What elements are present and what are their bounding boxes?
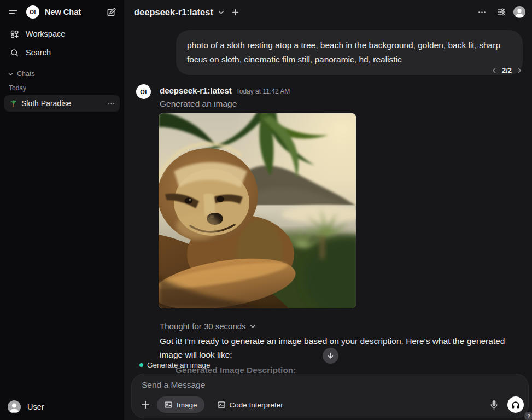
- sliders-icon: [496, 7, 506, 17]
- today-section-label: Today: [0, 80, 124, 94]
- chats-header-label: Chats: [17, 70, 35, 78]
- topbar: deepseek-r1:latest: [124, 0, 532, 24]
- voice-call-button[interactable]: [507, 396, 524, 413]
- composer-right-actions: [487, 396, 524, 413]
- code-interpreter-label: Code Interpreter: [230, 401, 283, 409]
- composer-toolbar: Image Code Interpreter: [137, 396, 524, 413]
- workspace-label: Workspace: [26, 30, 65, 38]
- terminal-icon: [217, 400, 226, 409]
- scroll-to-bottom-button[interactable]: [323, 348, 338, 364]
- new-chat-label: New Chat: [45, 8, 81, 16]
- person-icon: [513, 6, 525, 18]
- chat-menu-button[interactable]: [474, 4, 489, 20]
- controls-button[interactable]: [494, 4, 509, 20]
- assistant-header: deepseek-r1:latest Today at 11:42 AM: [160, 86, 290, 95]
- sidebar: OI New Chat Workspace Search Chats Today…: [0, 0, 124, 420]
- status-dot-icon: [139, 363, 143, 367]
- main-panel: deepseek-r1:latest photo of a sloth rest…: [124, 0, 532, 420]
- prev-version-button[interactable]: [491, 67, 498, 74]
- generated-an-image-label: Generated an image: [160, 99, 237, 109]
- user-name: User: [27, 402, 44, 411]
- search-icon: [10, 48, 19, 57]
- voice-input-button[interactable]: [487, 397, 501, 412]
- plus-icon: [231, 8, 239, 16]
- attach-button[interactable]: [137, 396, 154, 413]
- next-version-button[interactable]: [516, 67, 523, 74]
- brand: OI New Chat: [26, 5, 103, 19]
- generated-sloth-image[interactable]: [159, 113, 356, 308]
- topbar-actions: [474, 4, 525, 20]
- account-avatar[interactable]: [513, 6, 525, 18]
- logo-text: OI: [140, 89, 147, 95]
- menu-lines-icon: [8, 7, 19, 18]
- image-icon: [164, 400, 173, 409]
- ellipsis-icon: [477, 8, 487, 17]
- status-label: Generate an image: [147, 361, 211, 369]
- new-chat-button[interactable]: [103, 4, 119, 20]
- sidebar-item-workspace[interactable]: Workspace: [3, 25, 121, 43]
- add-model-button[interactable]: [228, 4, 243, 20]
- headphones-icon: [511, 400, 521, 410]
- pencil-square-icon: [106, 7, 116, 18]
- chevron-left-icon: [491, 67, 498, 74]
- chevron-down-icon: [249, 323, 256, 330]
- tool-status: Generate an image: [139, 361, 211, 369]
- thought-toggle[interactable]: Thought for 30 seconds: [160, 322, 256, 331]
- person-icon: [8, 400, 21, 413]
- chats-section-toggle[interactable]: Chats: [0, 62, 124, 80]
- logo-text: OI: [30, 9, 36, 15]
- message-input[interactable]: Send a Message: [142, 380, 205, 390]
- sidebar-header: OI New Chat: [0, 0, 124, 24]
- image-toggle-button[interactable]: Image: [157, 396, 204, 413]
- message-pagination: 2/2: [176, 66, 523, 74]
- help-button[interactable]: ?: [524, 412, 532, 420]
- arrow-down-icon: [326, 352, 335, 360]
- message-composer[interactable]: Send a Message Image Code Interpreter: [131, 374, 529, 418]
- code-interpreter-toggle-button[interactable]: Code Interpreter: [210, 396, 290, 413]
- sidebar-chat-sloth-paradise[interactable]: Sloth Paradise: [4, 95, 120, 112]
- chevron-down-icon: [218, 9, 225, 16]
- chevron-down-icon: [8, 71, 14, 77]
- chat-options-ellipsis-icon[interactable]: [107, 100, 115, 108]
- workspace-grid-icon: [10, 30, 19, 39]
- assistant-name: deepseek-r1:latest: [160, 86, 232, 95]
- sidebar-toggle-button[interactable]: [5, 4, 21, 20]
- app-logo: OI: [26, 5, 39, 19]
- model-selector[interactable]: deepseek-r1:latest: [134, 7, 225, 18]
- app-window: OI New Chat Workspace Search Chats Today…: [0, 0, 532, 420]
- palm-tree-icon: [9, 100, 17, 108]
- model-name: deepseek-r1:latest: [134, 7, 213, 18]
- chevron-right-icon: [516, 67, 523, 74]
- sidebar-item-search[interactable]: Search: [3, 44, 121, 61]
- user-avatar: [8, 400, 21, 413]
- thought-label: Thought for 30 seconds: [160, 322, 246, 331]
- sloth-beach-illustration: [159, 113, 356, 308]
- assistant-avatar: OI: [136, 84, 151, 99]
- message-timestamp: Today at 11:42 AM: [236, 88, 290, 95]
- plus-icon: [141, 400, 150, 410]
- sidebar-user-menu[interactable]: User: [0, 395, 124, 420]
- pagination-count: 2/2: [502, 66, 512, 74]
- microphone-icon: [489, 399, 499, 411]
- image-button-label: Image: [177, 401, 197, 409]
- search-label: Search: [26, 48, 51, 57]
- chat-title: Sloth Paradise: [21, 99, 103, 108]
